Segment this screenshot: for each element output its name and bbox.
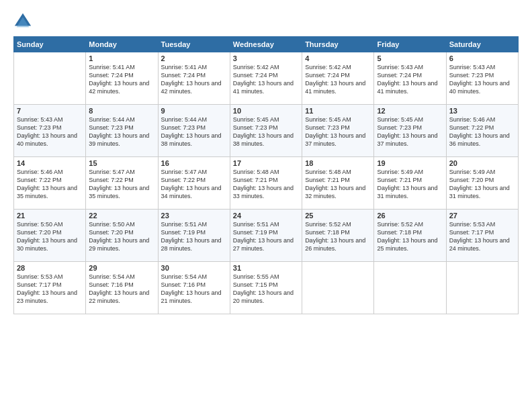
calendar-cell	[374, 262, 446, 314]
calendar-cell: 11Sunrise: 5:45 AMSunset: 7:23 PMDayligh…	[302, 105, 374, 157]
calendar-day-header: Thursday	[302, 37, 374, 52]
calendar-cell: 3Sunrise: 5:42 AMSunset: 7:24 PMDaylight…	[230, 52, 302, 105]
day-number: 30	[161, 264, 227, 272]
cell-info: Sunrise: 5:49 AMSunset: 7:20 PMDaylight:…	[449, 168, 515, 201]
cell-info: Sunrise: 5:43 AMSunset: 7:23 PMDaylight:…	[17, 116, 83, 148]
day-number: 9	[161, 107, 227, 115]
calendar-cell: 28Sunrise: 5:53 AMSunset: 7:17 PMDayligh…	[14, 262, 86, 314]
cell-info: Sunrise: 5:45 AMSunset: 7:23 PMDaylight:…	[305, 116, 371, 148]
calendar-day-header: Friday	[374, 37, 446, 52]
calendar-table: SundayMondayTuesdayWednesdayThursdayFrid…	[13, 36, 519, 314]
cell-info: Sunrise: 5:48 AMSunset: 7:21 PMDaylight:…	[305, 168, 371, 201]
cell-info: Sunrise: 5:41 AMSunset: 7:24 PMDaylight:…	[89, 63, 154, 96]
day-number: 29	[89, 264, 154, 272]
cell-info: Sunrise: 5:47 AMSunset: 7:22 PMDaylight:…	[161, 168, 227, 201]
calendar-day-header: Sunday	[14, 37, 86, 52]
cell-info: Sunrise: 5:54 AMSunset: 7:16 PMDaylight:…	[89, 273, 154, 306]
calendar-day-header: Saturday	[446, 37, 518, 52]
day-number: 4	[305, 54, 371, 62]
calendar-week-row: 21Sunrise: 5:50 AMSunset: 7:20 PMDayligh…	[14, 210, 519, 262]
day-number: 11	[305, 107, 371, 115]
calendar-cell	[14, 52, 86, 105]
calendar-cell: 9Sunrise: 5:44 AMSunset: 7:23 PMDaylight…	[158, 105, 230, 157]
calendar-cell: 25Sunrise: 5:52 AMSunset: 7:18 PMDayligh…	[302, 210, 374, 262]
calendar-week-row: 7Sunrise: 5:43 AMSunset: 7:23 PMDaylight…	[14, 105, 519, 157]
day-number: 31	[233, 264, 299, 272]
cell-info: Sunrise: 5:48 AMSunset: 7:21 PMDaylight:…	[233, 168, 299, 201]
cell-info: Sunrise: 5:46 AMSunset: 7:22 PMDaylight:…	[449, 116, 515, 148]
day-number: 12	[377, 107, 443, 115]
day-number: 8	[89, 107, 154, 115]
day-number: 23	[161, 212, 227, 220]
day-number: 18	[305, 159, 371, 167]
calendar-cell: 27Sunrise: 5:53 AMSunset: 7:17 PMDayligh…	[446, 210, 518, 262]
calendar-cell: 15Sunrise: 5:47 AMSunset: 7:22 PMDayligh…	[86, 157, 158, 210]
cell-info: Sunrise: 5:44 AMSunset: 7:23 PMDaylight:…	[89, 116, 154, 148]
cell-info: Sunrise: 5:52 AMSunset: 7:18 PMDaylight:…	[305, 220, 371, 253]
day-number: 22	[89, 212, 154, 220]
cell-info: Sunrise: 5:43 AMSunset: 7:24 PMDaylight:…	[377, 63, 443, 96]
calendar-cell: 2Sunrise: 5:41 AMSunset: 7:24 PMDaylight…	[158, 52, 230, 105]
calendar-cell: 1Sunrise: 5:41 AMSunset: 7:24 PMDaylight…	[86, 52, 158, 105]
day-number: 13	[449, 107, 515, 115]
calendar-cell	[446, 262, 518, 314]
logo-icon	[13, 12, 32, 31]
calendar-day-header: Wednesday	[230, 37, 302, 52]
day-number: 28	[17, 264, 83, 272]
cell-info: Sunrise: 5:54 AMSunset: 7:16 PMDaylight:…	[161, 273, 227, 306]
calendar-cell: 29Sunrise: 5:54 AMSunset: 7:16 PMDayligh…	[86, 262, 158, 314]
day-number: 21	[17, 212, 83, 220]
day-number: 20	[449, 159, 515, 167]
calendar-cell: 12Sunrise: 5:45 AMSunset: 7:23 PMDayligh…	[374, 105, 446, 157]
cell-info: Sunrise: 5:52 AMSunset: 7:18 PMDaylight:…	[377, 220, 443, 253]
day-number: 14	[17, 159, 83, 167]
calendar-cell: 6Sunrise: 5:43 AMSunset: 7:23 PMDaylight…	[446, 52, 518, 105]
calendar-cell: 26Sunrise: 5:52 AMSunset: 7:18 PMDayligh…	[374, 210, 446, 262]
day-number: 7	[17, 107, 83, 115]
calendar-week-row: 1Sunrise: 5:41 AMSunset: 7:24 PMDaylight…	[14, 52, 519, 105]
day-number: 1	[89, 54, 154, 62]
header	[13, 12, 519, 31]
calendar-cell: 8Sunrise: 5:44 AMSunset: 7:23 PMDaylight…	[86, 105, 158, 157]
cell-info: Sunrise: 5:44 AMSunset: 7:23 PMDaylight:…	[161, 116, 227, 148]
cell-info: Sunrise: 5:46 AMSunset: 7:22 PMDaylight:…	[17, 168, 83, 201]
calendar-cell: 7Sunrise: 5:43 AMSunset: 7:23 PMDaylight…	[14, 105, 86, 157]
cell-info: Sunrise: 5:41 AMSunset: 7:24 PMDaylight:…	[161, 63, 227, 96]
calendar-cell: 10Sunrise: 5:45 AMSunset: 7:23 PMDayligh…	[230, 105, 302, 157]
calendar-cell: 31Sunrise: 5:55 AMSunset: 7:15 PMDayligh…	[230, 262, 302, 314]
cell-info: Sunrise: 5:53 AMSunset: 7:17 PMDaylight:…	[449, 220, 515, 253]
day-number: 17	[233, 159, 299, 167]
cell-info: Sunrise: 5:43 AMSunset: 7:23 PMDaylight:…	[449, 63, 515, 96]
day-number: 5	[377, 54, 443, 62]
cell-info: Sunrise: 5:53 AMSunset: 7:17 PMDaylight:…	[17, 273, 83, 306]
day-number: 10	[233, 107, 299, 115]
calendar-cell: 16Sunrise: 5:47 AMSunset: 7:22 PMDayligh…	[158, 157, 230, 210]
day-number: 19	[377, 159, 443, 167]
calendar-cell: 5Sunrise: 5:43 AMSunset: 7:24 PMDaylight…	[374, 52, 446, 105]
cell-info: Sunrise: 5:55 AMSunset: 7:15 PMDaylight:…	[233, 273, 299, 306]
calendar-cell: 20Sunrise: 5:49 AMSunset: 7:20 PMDayligh…	[446, 157, 518, 210]
calendar-cell: 21Sunrise: 5:50 AMSunset: 7:20 PMDayligh…	[14, 210, 86, 262]
day-number: 26	[377, 212, 443, 220]
day-number: 2	[161, 54, 227, 62]
day-number: 25	[305, 212, 371, 220]
calendar-cell: 4Sunrise: 5:42 AMSunset: 7:24 PMDaylight…	[302, 52, 374, 105]
cell-info: Sunrise: 5:42 AMSunset: 7:24 PMDaylight:…	[233, 63, 299, 96]
day-number: 6	[449, 54, 515, 62]
calendar-cell: 30Sunrise: 5:54 AMSunset: 7:16 PMDayligh…	[158, 262, 230, 314]
cell-info: Sunrise: 5:51 AMSunset: 7:19 PMDaylight:…	[161, 220, 227, 253]
calendar-cell: 22Sunrise: 5:50 AMSunset: 7:20 PMDayligh…	[86, 210, 158, 262]
calendar-week-row: 28Sunrise: 5:53 AMSunset: 7:17 PMDayligh…	[14, 262, 519, 314]
calendar-cell: 18Sunrise: 5:48 AMSunset: 7:21 PMDayligh…	[302, 157, 374, 210]
day-number: 16	[161, 159, 227, 167]
cell-info: Sunrise: 5:47 AMSunset: 7:22 PMDaylight:…	[89, 168, 154, 201]
logo	[13, 12, 35, 31]
cell-info: Sunrise: 5:42 AMSunset: 7:24 PMDaylight:…	[305, 63, 371, 96]
cell-info: Sunrise: 5:50 AMSunset: 7:20 PMDaylight:…	[89, 220, 154, 253]
calendar-cell: 17Sunrise: 5:48 AMSunset: 7:21 PMDayligh…	[230, 157, 302, 210]
calendar-header-row: SundayMondayTuesdayWednesdayThursdayFrid…	[14, 37, 519, 52]
day-number: 27	[449, 212, 515, 220]
day-number: 3	[233, 54, 299, 62]
day-number: 24	[233, 212, 299, 220]
calendar-cell: 19Sunrise: 5:49 AMSunset: 7:21 PMDayligh…	[374, 157, 446, 210]
